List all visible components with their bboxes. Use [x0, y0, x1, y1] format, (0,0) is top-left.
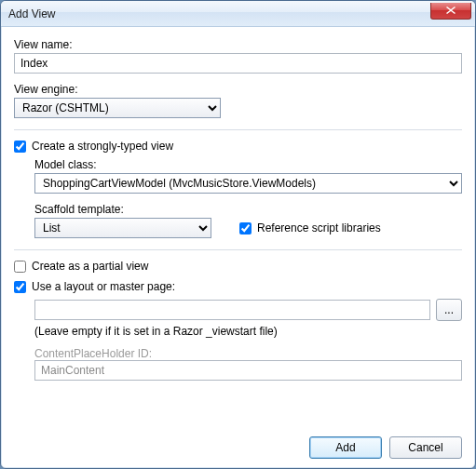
view-name-label: View name:: [14, 38, 462, 51]
browse-button[interactable]: ...: [436, 299, 462, 321]
scaffold-select[interactable]: List: [34, 218, 211, 238]
reference-scripts-checkbox[interactable]: [239, 222, 252, 234]
close-button[interactable]: [430, 3, 471, 20]
cph-input: [34, 360, 462, 381]
add-view-dialog: Add View View name: View engine: Razor (…: [0, 0, 476, 469]
titlebar: Add View: [1, 1, 475, 27]
scaffold-label: Scaffold template:: [34, 203, 462, 216]
window-title: Add View: [8, 7, 430, 20]
layout-path-input[interactable]: [34, 300, 430, 320]
use-layout-label: Use a layout or master page:: [32, 280, 175, 293]
strongly-typed-checkbox[interactable]: [14, 141, 26, 153]
model-class-select[interactable]: ShoppingCartViewModel (MvcMusicStore.Vie…: [34, 173, 462, 194]
cph-label: ContentPlaceHolder ID:: [34, 347, 462, 360]
model-class-label: Model class:: [34, 158, 462, 171]
close-icon: [446, 7, 456, 14]
reference-scripts-label: Reference script libraries: [257, 221, 381, 234]
separator: [14, 129, 462, 130]
use-layout-checkbox[interactable]: [14, 281, 26, 293]
layout-hint: (Leave empty if it is set in a Razor _vi…: [34, 325, 462, 338]
cancel-button[interactable]: Cancel: [389, 436, 462, 459]
separator: [14, 249, 462, 250]
partial-view-label: Create as a partial view: [32, 260, 148, 273]
view-name-input[interactable]: [14, 53, 462, 74]
add-button[interactable]: Add: [309, 436, 382, 459]
view-engine-label: View engine:: [14, 83, 462, 96]
view-engine-select[interactable]: Razor (CSHTML): [14, 98, 221, 118]
partial-view-checkbox[interactable]: [14, 261, 26, 273]
strongly-typed-label: Create a strongly-typed view: [32, 140, 173, 153]
